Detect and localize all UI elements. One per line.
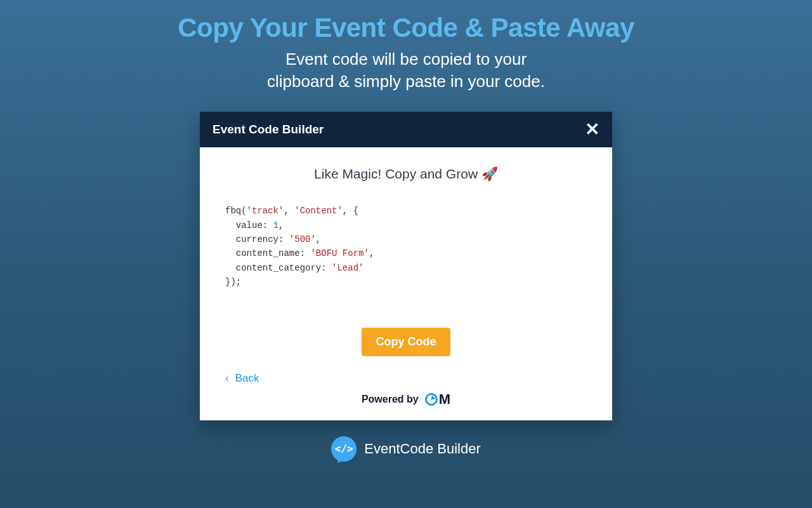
event-code-builder-modal: Event Code Builder ✕ Like Magic! Copy an… bbox=[200, 112, 612, 420]
modal-title: Event Code Builder bbox=[213, 123, 324, 137]
hero-section: Copy Your Event Code & Paste Away Event … bbox=[0, 0, 812, 93]
hero-title: Copy Your Event Code & Paste Away bbox=[0, 13, 812, 43]
om-logo-icon: M bbox=[425, 391, 450, 408]
brand-icon: </> bbox=[331, 436, 357, 462]
close-icon[interactable]: ✕ bbox=[585, 121, 599, 138]
hero-subtitle: Event code will be copied to your clipbo… bbox=[0, 48, 812, 93]
brand-footer: </> EventCode Builder bbox=[0, 436, 812, 462]
modal-header: Event Code Builder ✕ bbox=[200, 112, 612, 147]
back-link[interactable]: ‹ Back bbox=[225, 372, 259, 385]
modal-footer: ‹ Back Powered by M bbox=[200, 363, 612, 420]
chevron-left-icon: ‹ bbox=[225, 372, 229, 385]
copy-code-button[interactable]: Copy Code bbox=[362, 328, 450, 356]
code-block: fbq('track', 'Content', { value: 1, curr… bbox=[225, 204, 587, 289]
magic-heading: Like Magic! Copy and Grow 🚀 bbox=[225, 166, 587, 182]
code-bracket-icon: </> bbox=[335, 443, 353, 455]
modal-body: Like Magic! Copy and Grow 🚀 fbq('track',… bbox=[200, 147, 612, 362]
powered-by-label: Powered by bbox=[362, 394, 419, 405]
brand-name: EventCode Builder bbox=[364, 441, 480, 457]
back-label: Back bbox=[235, 372, 259, 385]
powered-by: Powered by M bbox=[225, 391, 587, 408]
